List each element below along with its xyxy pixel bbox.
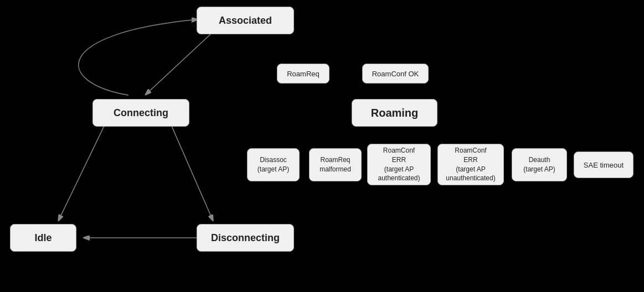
node-roaming: Roaming <box>352 99 437 127</box>
svg-line-3 <box>58 126 104 221</box>
node-disconnecting: Disconnecting <box>197 224 294 252</box>
node-sae-timeout: SAE timeout <box>574 152 633 178</box>
state-diagram: Associated Connecting Idle Disconnecting… <box>0 0 644 292</box>
node-deauth: Deauth (target AP) <box>512 148 567 181</box>
node-idle: Idle <box>10 224 76 252</box>
node-roamreq: RoamReq <box>277 64 329 84</box>
node-connecting: Connecting <box>92 99 189 127</box>
node-roamconf-err-auth: RoamConf ERR (target AP authenticated) <box>367 144 431 185</box>
node-disassoc: Disassoc (target AP) <box>247 148 300 181</box>
node-roamconf-err-unauth: RoamConf ERR (target AP unauthenticated) <box>437 144 504 185</box>
svg-line-1 <box>145 34 210 95</box>
node-roamconf-ok: RoamConf OK <box>362 64 429 84</box>
node-associated: Associated <box>197 7 294 34</box>
arrows-layer <box>0 0 644 292</box>
node-roamreq-malformed: RoamReq malformed <box>309 148 362 181</box>
svg-line-2 <box>172 126 213 221</box>
